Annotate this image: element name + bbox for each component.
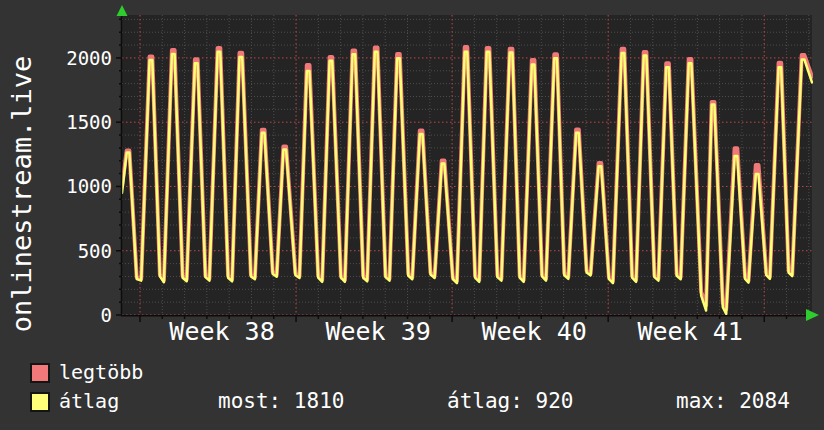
x-week-label: Week 41 (610, 319, 770, 344)
y-tick-label: 500 (0, 240, 112, 262)
y-tick-label: 1000 (0, 175, 112, 197)
y-tick-label: 1500 (0, 111, 112, 133)
stat-most: most: 1810 (218, 390, 344, 412)
legend-swatch-atlag (30, 392, 50, 412)
y-tick-label: 2000 (0, 47, 112, 69)
y-tick-label: 0 (0, 304, 112, 326)
legend-label-atlag: átlag (59, 390, 119, 412)
x-week-label: Week 38 (142, 319, 302, 344)
y-axis-arrow-icon (117, 5, 128, 16)
stat-max: max: 2084 (676, 390, 790, 412)
rrd-graph-screen: onlinestream.live 0500100015002000 Week … (0, 0, 824, 430)
legend-swatch-legtobb (30, 363, 50, 383)
chart-plot (0, 0, 824, 348)
x-axis-arrow-icon (806, 309, 819, 321)
x-week-label: Week 40 (454, 319, 614, 344)
stat-atlag: átlag: 920 (447, 390, 573, 412)
legend-label-legtobb: legtöbb (59, 361, 143, 383)
x-week-label: Week 39 (298, 319, 458, 344)
